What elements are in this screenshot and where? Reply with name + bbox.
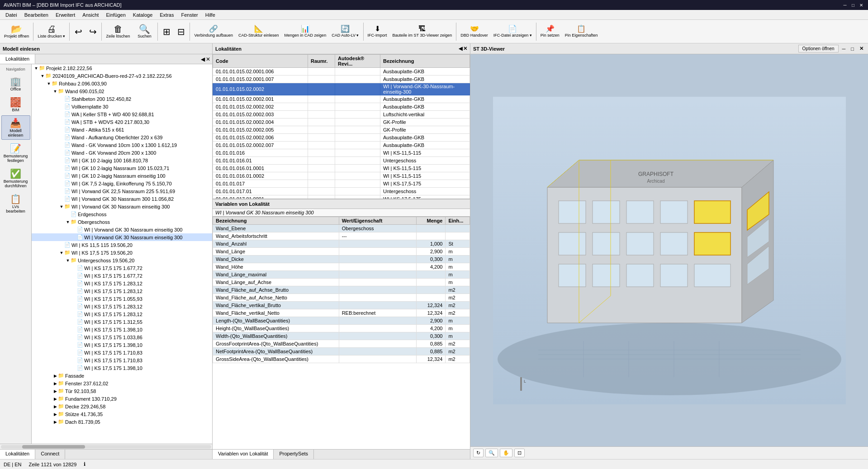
- menu-ansicht[interactable]: Ansicht: [79, 11, 102, 19]
- tree-item[interactable]: ▶📁Decke 229.246,58: [32, 403, 212, 410]
- tree-item[interactable]: 📄WI | KS 17,5 175 1.677,72: [32, 272, 212, 280]
- vars-row[interactable]: Wand_EbeneObergeschoss: [213, 225, 470, 232]
- tree-item[interactable]: 📄Wand - GK Vorwand 20cm 200 x 1300: [32, 149, 212, 156]
- menu-erweitert[interactable]: Erweitert: [52, 11, 79, 19]
- tree-item[interactable]: ▼📁20240109_ARCHICAD-Buero-red-27-v3 2.18…: [32, 72, 212, 80]
- tree-item[interactable]: 📄WI | KS 17,5 175 1.283,12: [32, 303, 212, 310]
- zeile-loschen-btn[interactable]: 🗑 Zeile löschen: [104, 21, 132, 42]
- maximize-btn[interactable]: □: [850, 2, 856, 8]
- tree-item[interactable]: 📄Stahlbeton 200 152.450,82: [32, 95, 212, 103]
- vars-row[interactable]: Length-(Qto_WallBaseQuantities)2,900m: [213, 317, 470, 325]
- ifc-import-btn[interactable]: ⬇ IFC-Import: [365, 21, 389, 42]
- pin-eigenschaften-btn[interactable]: 📋 Pin Eigenschaften: [563, 21, 600, 42]
- table-row[interactable]: 01.01.01.015.02.0002WI | Vorwand-GK-30-N…: [213, 83, 470, 95]
- vars-row[interactable]: Width-(Qto_WallBaseQuantities)0,300m: [213, 332, 470, 340]
- tree-item[interactable]: ▼📁Obergeschoss: [32, 218, 212, 226]
- tree-item[interactable]: 📄Wand - GK Vorwand 10cm 100 x 1300 1.612…: [32, 141, 212, 149]
- tree-scrollbar[interactable]: [0, 444, 212, 449]
- viewer-zoom-btn[interactable]: 🔍: [485, 449, 498, 457]
- tree-item[interactable]: 📄WI | KS 17,5 175 1.710,83: [32, 356, 212, 364]
- vars-row[interactable]: Wand_Fläche_vertikal_NettoREB:berechnet1…: [213, 309, 470, 317]
- tree-item[interactable]: ▶📁Fassade: [32, 372, 212, 379]
- tree-item[interactable]: 📄WI | GK 7,5 2-lagig, Einkofferung 75 5.…: [32, 180, 212, 187]
- vars-row[interactable]: Wand_Arbeitsfortschritt---: [213, 232, 470, 240]
- viewer-options-btn[interactable]: Optionen öffnen: [798, 45, 839, 52]
- tab-lokalitaten-bottom[interactable]: Lokalitäten: [0, 450, 35, 459]
- nav-office[interactable]: 🏢 Office: [1, 74, 30, 94]
- vars-row[interactable]: Wand_Fläche_auf_Achse_Bruttom2: [213, 286, 470, 294]
- vars-row[interactable]: NetFootprintArea-(Qto_WallBaseQuantities…: [213, 348, 470, 355]
- tree-item[interactable]: 📄WI | GK 10 2-lagig Nassraum einseitig 1…: [32, 172, 212, 180]
- tree-item[interactable]: 📄WI | KS 17,5 175 1.033,86: [32, 333, 212, 341]
- tree-item[interactable]: 📄WI | KS 17,5 175 1.398,10: [32, 326, 212, 333]
- mp-collapse-icon[interactable]: ◀: [459, 46, 462, 52]
- tree-item[interactable]: ▼📁Untergeschoss 19.506,20: [32, 256, 212, 264]
- nav-bemusterung-festlegen[interactable]: 📝 Bemusterung festlegen: [1, 141, 30, 165]
- close-panel-icon[interactable]: ✕: [206, 56, 210, 62]
- menu-fenster[interactable]: Fenster: [177, 11, 201, 19]
- tree-item[interactable]: 📄WI | KS 17,5 175 1.677,72: [32, 264, 212, 272]
- tree-scroll-area[interactable]: ▼📁Projekt 2.182.222,56▼📁20240109_ARCHICA…: [32, 64, 212, 444]
- redo-btn[interactable]: ↪: [86, 21, 100, 42]
- table-row[interactable]: 01.01.01.016.01Untergeschoss: [213, 157, 470, 165]
- tree-item[interactable]: 📄WI | KS 17,5 175 1.398,10: [32, 341, 212, 349]
- table-row[interactable]: 01.01.01.015.02.0001.006Ausbauplatte-GKB: [213, 68, 470, 76]
- vars-row[interactable]: GrossSideArea-(Qto_WallBaseQuantities)12…: [213, 355, 470, 363]
- close-btn[interactable]: ✕: [858, 2, 864, 8]
- tree-item[interactable]: ▼📁Rohbau 2.096.003,90: [32, 80, 212, 87]
- tree-item[interactable]: 📄WI | KS 17,5 175 1.710,83: [32, 349, 212, 356]
- table-row[interactable]: 01.01.01.015.02.0002.001Ausbauplatte-GKB: [213, 95, 470, 103]
- menu-bearbeiten[interactable]: Bearbeiten: [21, 11, 52, 19]
- table-row[interactable]: 01.01.01.017WI | KS-17,5-175: [213, 180, 470, 188]
- tree-item[interactable]: 📄Erdgeschoss: [32, 210, 212, 218]
- tree-item[interactable]: ▶📁Dach 81.739,05: [32, 418, 212, 426]
- tree-item[interactable]: 📄WI | KS 17,5 175 1.283,12: [32, 280, 212, 287]
- tree-item[interactable]: 📄WI | KS 17,5 175 1.055,93: [32, 295, 212, 303]
- collapse-icon[interactable]: ◀: [201, 56, 205, 62]
- liste-drucken-btn[interactable]: 🖨 Liste drucken ▾: [35, 21, 67, 42]
- cad-auto-lv-btn[interactable]: 🔄 CAD Auto-LV ▾: [329, 21, 361, 42]
- viewer-fit-btn[interactable]: ⊡: [514, 449, 525, 457]
- mp-top-scroll[interactable]: Code Raumr. Autodesk® Revi... Bezeichnun…: [213, 54, 470, 199]
- viewer-maximize-btn[interactable]: □: [849, 46, 856, 52]
- tree-item[interactable]: ▶📁Fenster 237.612,02: [32, 379, 212, 387]
- tree-item[interactable]: ▶📁Tür 92.103,58: [32, 387, 212, 395]
- tree-item[interactable]: ▼📁Wand 690.015,02: [32, 87, 212, 95]
- tab-propertysets[interactable]: PropertySets: [274, 450, 314, 459]
- tree-item[interactable]: 📄WA | Keller STB + WD 400 92.688,81: [32, 110, 212, 118]
- table-row[interactable]: 01.01.01.017.01Untergeschoss: [213, 188, 470, 195]
- verbindung-aufbauen-btn[interactable]: 🔗 Verbindung aufbauen: [192, 21, 235, 42]
- vars-row[interactable]: GrossFootprintArea-(Qto_WallBaseQuantiti…: [213, 340, 470, 348]
- tree-item[interactable]: ▼📁Projekt 2.182.222,56: [32, 64, 212, 72]
- table-row[interactable]: 01.01.01.017.01.0001WI | KS-17,5-175: [213, 195, 470, 199]
- bauteile-st-btn[interactable]: 🏗 Bauteile im ST 3D-Viewer zeigen: [390, 21, 455, 42]
- suchen-btn[interactable]: 🔍 Suchen: [133, 21, 156, 42]
- table-row[interactable]: 01.01.01.016.01.0001WI | KS-11,5-115: [213, 165, 470, 172]
- ifc-datei-btn[interactable]: 📄 IFC-Datei anzeigen ▾: [491, 21, 534, 42]
- menu-einfugen[interactable]: Einfügen: [102, 11, 129, 19]
- dbd-handover-btn[interactable]: 🤝 DBD Handover: [458, 21, 490, 42]
- tree-item[interactable]: 📄WI | KS 11,5 115 19.506,20: [32, 241, 212, 249]
- vars-scroll[interactable]: Bezeichnung Wert/Eigenschaft Menge Einh.…: [213, 217, 470, 449]
- vars-row[interactable]: Wand_Länge_auf_Achsem: [213, 279, 470, 286]
- tree-item[interactable]: ▼📁WI | KS 17,5 175 19.506,20: [32, 249, 212, 256]
- merge-btn[interactable]: ⊞: [160, 21, 173, 42]
- pin-setzen-btn[interactable]: 📌 Pin setzen: [538, 21, 562, 42]
- tree-item[interactable]: 📄WI | Vorwand GK 30 Nassraum einseitig 3…: [32, 226, 212, 233]
- table-row[interactable]: 01.01.01.016WI | KS-11,5-115: [213, 149, 470, 157]
- menu-extras[interactable]: Extras: [156, 11, 177, 19]
- mengen-cad-btn[interactable]: 📊 Mengen in CAD zeigen: [282, 21, 329, 42]
- tab-variablen[interactable]: Variablen von Lokalität: [213, 450, 274, 459]
- table-row[interactable]: 01.01.01.015.02.0002.005GK-Profile: [213, 126, 470, 134]
- nav-bim[interactable]: 🧱 BIM: [1, 95, 30, 114]
- table-row[interactable]: 01.01.01.015.02.0002.002Ausbauplatte-GKB: [213, 103, 470, 111]
- viewer-pan-btn[interactable]: ✋: [500, 449, 512, 457]
- nav-bemusterung-durchfuhren[interactable]: ✅ Bemusterung durchführen: [1, 166, 30, 190]
- table-row[interactable]: 01.01.01.016.01.0002WI | KS-11,5-115: [213, 172, 470, 180]
- tree-item[interactable]: 📄WI | KS 17,5 175 1.312,55: [32, 318, 212, 326]
- vars-row[interactable]: Wand_Dicke0,300m: [213, 256, 470, 263]
- tree-item[interactable]: 📄Wand - Aufkantung Oberlichter 220 x 639: [32, 133, 212, 141]
- tree-item[interactable]: 📄Wand - Attika 515 x 661: [32, 126, 212, 133]
- vars-row[interactable]: Wand_Länge_maximalm: [213, 271, 470, 279]
- viewer-minimize-btn[interactable]: ─: [840, 46, 848, 52]
